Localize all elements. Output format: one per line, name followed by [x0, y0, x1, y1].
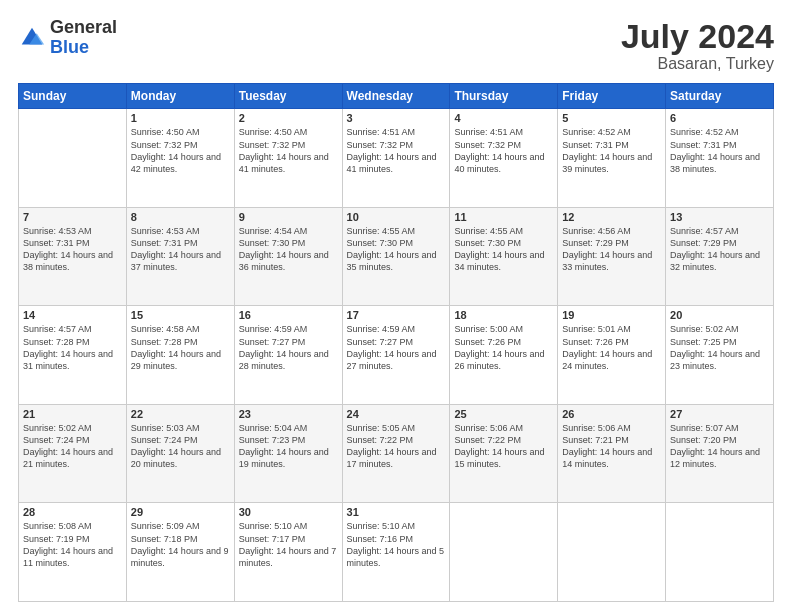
day-info: Sunrise: 4:50 AMSunset: 7:32 PMDaylight:… [239, 126, 338, 175]
day-number: 28 [23, 506, 122, 518]
day-info: Sunrise: 5:07 AMSunset: 7:20 PMDaylight:… [670, 422, 769, 471]
day-number: 30 [239, 506, 338, 518]
day-info: Sunrise: 4:54 AMSunset: 7:30 PMDaylight:… [239, 225, 338, 274]
day-info: Sunrise: 5:08 AMSunset: 7:19 PMDaylight:… [23, 520, 122, 569]
day-info: Sunrise: 4:55 AMSunset: 7:30 PMDaylight:… [454, 225, 553, 274]
day-number: 2 [239, 112, 338, 124]
day-info: Sunrise: 4:50 AMSunset: 7:32 PMDaylight:… [131, 126, 230, 175]
calendar-header-friday: Friday [558, 84, 666, 109]
day-number: 5 [562, 112, 661, 124]
calendar-cell: 23Sunrise: 5:04 AMSunset: 7:23 PMDayligh… [234, 404, 342, 503]
calendar-cell: 18Sunrise: 5:00 AMSunset: 7:26 PMDayligh… [450, 306, 558, 405]
day-info: Sunrise: 5:04 AMSunset: 7:23 PMDaylight:… [239, 422, 338, 471]
calendar-week-row: 7Sunrise: 4:53 AMSunset: 7:31 PMDaylight… [19, 207, 774, 306]
calendar-header-sunday: Sunday [19, 84, 127, 109]
day-number: 19 [562, 309, 661, 321]
calendar-cell: 16Sunrise: 4:59 AMSunset: 7:27 PMDayligh… [234, 306, 342, 405]
logo-general: General [50, 18, 117, 38]
calendar-cell: 24Sunrise: 5:05 AMSunset: 7:22 PMDayligh… [342, 404, 450, 503]
calendar-cell [558, 503, 666, 602]
logo-text: General Blue [50, 18, 117, 58]
day-info: Sunrise: 5:10 AMSunset: 7:16 PMDaylight:… [347, 520, 446, 569]
day-info: Sunrise: 4:51 AMSunset: 7:32 PMDaylight:… [454, 126, 553, 175]
day-number: 1 [131, 112, 230, 124]
calendar-week-row: 21Sunrise: 5:02 AMSunset: 7:24 PMDayligh… [19, 404, 774, 503]
day-number: 11 [454, 211, 553, 223]
calendar-cell: 10Sunrise: 4:55 AMSunset: 7:30 PMDayligh… [342, 207, 450, 306]
calendar-cell: 27Sunrise: 5:07 AMSunset: 7:20 PMDayligh… [666, 404, 774, 503]
calendar-cell: 14Sunrise: 4:57 AMSunset: 7:28 PMDayligh… [19, 306, 127, 405]
day-number: 9 [239, 211, 338, 223]
calendar-cell [666, 503, 774, 602]
day-number: 27 [670, 408, 769, 420]
day-info: Sunrise: 4:55 AMSunset: 7:30 PMDaylight:… [347, 225, 446, 274]
day-info: Sunrise: 4:52 AMSunset: 7:31 PMDaylight:… [562, 126, 661, 175]
day-info: Sunrise: 5:05 AMSunset: 7:22 PMDaylight:… [347, 422, 446, 471]
day-number: 16 [239, 309, 338, 321]
location: Basaran, Turkey [621, 55, 774, 73]
day-number: 31 [347, 506, 446, 518]
day-number: 21 [23, 408, 122, 420]
logo-icon [18, 24, 46, 52]
day-info: Sunrise: 4:59 AMSunset: 7:27 PMDaylight:… [239, 323, 338, 372]
title-section: July 2024 Basaran, Turkey [621, 18, 774, 73]
day-info: Sunrise: 5:09 AMSunset: 7:18 PMDaylight:… [131, 520, 230, 569]
calendar-cell: 3Sunrise: 4:51 AMSunset: 7:32 PMDaylight… [342, 109, 450, 208]
calendar-cell: 15Sunrise: 4:58 AMSunset: 7:28 PMDayligh… [126, 306, 234, 405]
day-info: Sunrise: 4:53 AMSunset: 7:31 PMDaylight:… [23, 225, 122, 274]
calendar-cell: 26Sunrise: 5:06 AMSunset: 7:21 PMDayligh… [558, 404, 666, 503]
calendar-cell: 11Sunrise: 4:55 AMSunset: 7:30 PMDayligh… [450, 207, 558, 306]
logo: General Blue [18, 18, 117, 58]
day-info: Sunrise: 4:59 AMSunset: 7:27 PMDaylight:… [347, 323, 446, 372]
calendar-cell: 25Sunrise: 5:06 AMSunset: 7:22 PMDayligh… [450, 404, 558, 503]
day-number: 6 [670, 112, 769, 124]
day-number: 23 [239, 408, 338, 420]
day-info: Sunrise: 5:10 AMSunset: 7:17 PMDaylight:… [239, 520, 338, 569]
header: General Blue July 2024 Basaran, Turkey [18, 18, 774, 73]
calendar-cell: 4Sunrise: 4:51 AMSunset: 7:32 PMDaylight… [450, 109, 558, 208]
calendar-table: SundayMondayTuesdayWednesdayThursdayFrid… [18, 83, 774, 602]
calendar-cell: 2Sunrise: 4:50 AMSunset: 7:32 PMDaylight… [234, 109, 342, 208]
day-info: Sunrise: 4:58 AMSunset: 7:28 PMDaylight:… [131, 323, 230, 372]
day-number: 10 [347, 211, 446, 223]
day-number: 4 [454, 112, 553, 124]
calendar-cell: 6Sunrise: 4:52 AMSunset: 7:31 PMDaylight… [666, 109, 774, 208]
calendar-cell: 20Sunrise: 5:02 AMSunset: 7:25 PMDayligh… [666, 306, 774, 405]
calendar-cell: 12Sunrise: 4:56 AMSunset: 7:29 PMDayligh… [558, 207, 666, 306]
day-info: Sunrise: 4:57 AMSunset: 7:29 PMDaylight:… [670, 225, 769, 274]
calendar-week-row: 28Sunrise: 5:08 AMSunset: 7:19 PMDayligh… [19, 503, 774, 602]
day-number: 15 [131, 309, 230, 321]
calendar-cell: 28Sunrise: 5:08 AMSunset: 7:19 PMDayligh… [19, 503, 127, 602]
calendar-cell: 19Sunrise: 5:01 AMSunset: 7:26 PMDayligh… [558, 306, 666, 405]
day-info: Sunrise: 5:06 AMSunset: 7:21 PMDaylight:… [562, 422, 661, 471]
day-number: 25 [454, 408, 553, 420]
day-number: 14 [23, 309, 122, 321]
calendar-cell: 31Sunrise: 5:10 AMSunset: 7:16 PMDayligh… [342, 503, 450, 602]
day-info: Sunrise: 4:56 AMSunset: 7:29 PMDaylight:… [562, 225, 661, 274]
calendar-cell: 29Sunrise: 5:09 AMSunset: 7:18 PMDayligh… [126, 503, 234, 602]
day-info: Sunrise: 5:03 AMSunset: 7:24 PMDaylight:… [131, 422, 230, 471]
calendar-header-row: SundayMondayTuesdayWednesdayThursdayFrid… [19, 84, 774, 109]
calendar-cell: 5Sunrise: 4:52 AMSunset: 7:31 PMDaylight… [558, 109, 666, 208]
day-info: Sunrise: 4:51 AMSunset: 7:32 PMDaylight:… [347, 126, 446, 175]
calendar-cell: 7Sunrise: 4:53 AMSunset: 7:31 PMDaylight… [19, 207, 127, 306]
calendar-cell: 8Sunrise: 4:53 AMSunset: 7:31 PMDaylight… [126, 207, 234, 306]
calendar-header-tuesday: Tuesday [234, 84, 342, 109]
calendar-week-row: 1Sunrise: 4:50 AMSunset: 7:32 PMDaylight… [19, 109, 774, 208]
day-number: 3 [347, 112, 446, 124]
calendar-header-thursday: Thursday [450, 84, 558, 109]
calendar-cell: 21Sunrise: 5:02 AMSunset: 7:24 PMDayligh… [19, 404, 127, 503]
day-info: Sunrise: 4:53 AMSunset: 7:31 PMDaylight:… [131, 225, 230, 274]
day-number: 22 [131, 408, 230, 420]
calendar-cell [19, 109, 127, 208]
day-info: Sunrise: 5:00 AMSunset: 7:26 PMDaylight:… [454, 323, 553, 372]
day-number: 13 [670, 211, 769, 223]
day-info: Sunrise: 5:01 AMSunset: 7:26 PMDaylight:… [562, 323, 661, 372]
calendar-cell: 30Sunrise: 5:10 AMSunset: 7:17 PMDayligh… [234, 503, 342, 602]
day-info: Sunrise: 5:02 AMSunset: 7:25 PMDaylight:… [670, 323, 769, 372]
calendar-header-wednesday: Wednesday [342, 84, 450, 109]
calendar-cell: 1Sunrise: 4:50 AMSunset: 7:32 PMDaylight… [126, 109, 234, 208]
day-info: Sunrise: 5:06 AMSunset: 7:22 PMDaylight:… [454, 422, 553, 471]
month-year: July 2024 [621, 18, 774, 55]
calendar-week-row: 14Sunrise: 4:57 AMSunset: 7:28 PMDayligh… [19, 306, 774, 405]
